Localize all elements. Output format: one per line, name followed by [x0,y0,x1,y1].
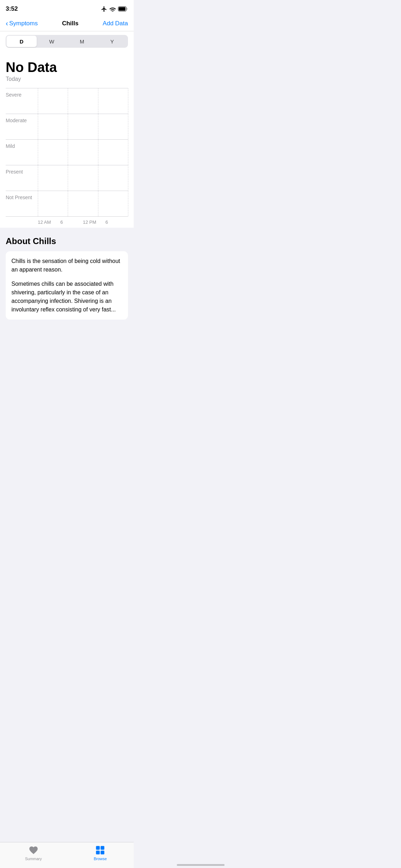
chart-row-moderate: Moderate [6,114,128,140]
grid-line-4 [128,191,128,216]
chart-label-mild: Mild [6,140,38,149]
segment-item-w[interactable]: W [37,36,67,47]
chart-row-severe: Severe [6,88,128,114]
time-label-12am: 12 AM [38,219,60,225]
back-label: Symptoms [9,20,38,27]
period-label: Today [6,76,128,82]
chart-label-severe: Severe [6,88,38,98]
time-label-6am: 6 [60,219,83,225]
chart-area-moderate [38,114,128,139]
chart-area-not-present [38,191,128,216]
chart-row-present: Present [6,165,128,191]
chart-time-labels: 12 AM 6 12 PM 6 [38,217,128,228]
grid-line-2 [68,191,68,216]
status-time: 3:52 [6,5,18,12]
chart-section: No Data Today Severe Moderate Mil [0,53,134,228]
grid-line-1 [38,165,38,191]
chart-area-present [38,165,128,191]
wifi-icon [109,6,116,11]
chart-area-mild [38,140,128,165]
chart-row-not-present: Not Present [6,191,128,217]
chart-area-severe [38,88,128,114]
segment-control-container: D W M Y [0,31,134,53]
back-chevron-icon: ‹ [6,19,8,27]
grid-line-4 [128,140,128,165]
grid-line-3 [98,114,98,139]
back-button[interactable]: ‹ Symptoms [6,19,38,27]
nav-bar: ‹ Symptoms Chills Add Data [0,16,134,31]
grid-line-3 [98,191,98,216]
grid-line-1 [38,191,38,216]
chart-row-mild: Mild [6,140,128,165]
grid-line-3 [98,88,98,114]
grid-line-1 [38,88,38,114]
segment-item-d[interactable]: D [6,36,37,47]
segment-item-m[interactable]: M [67,36,97,47]
about-paragraph-2: Sometimes chills can be associated with … [11,280,122,314]
about-section: About Chills Chills is the sensation of … [0,228,134,325]
chart-grid: Severe Moderate Mild [6,88,128,228]
grid-line-2 [68,88,68,114]
grid-line-2 [68,114,68,139]
page-title: Chills [62,20,78,27]
segment-control: D W M Y [6,35,128,48]
grid-line-4 [128,165,128,191]
grid-line-3 [98,140,98,165]
add-data-button[interactable]: Add Data [103,20,128,27]
grid-line-2 [68,140,68,165]
segment-item-y[interactable]: Y [97,36,127,47]
no-data-title: No Data [6,60,128,75]
grid-line-4 [128,88,128,114]
about-paragraph-1: Chills is the sensation of being cold wi… [11,257,122,274]
grid-line-1 [38,140,38,165]
status-icons [101,6,128,12]
time-label-6pm: 6 [106,219,128,225]
chart-label-not-present: Not Present [6,191,38,200]
airplane-icon [101,6,107,12]
status-bar: 3:52 [0,0,134,16]
grid-line-3 [98,165,98,191]
time-label-12pm: 12 PM [83,219,106,225]
grid-line-2 [68,165,68,191]
battery-icon [118,6,128,11]
about-title: About Chills [6,236,128,246]
grid-line-1 [38,114,38,139]
grid-line-4 [128,114,128,139]
chart-label-present: Present [6,165,38,175]
svg-rect-1 [119,7,125,11]
about-card: Chills is the sensation of being cold wi… [6,251,128,320]
chart-label-moderate: Moderate [6,114,38,123]
